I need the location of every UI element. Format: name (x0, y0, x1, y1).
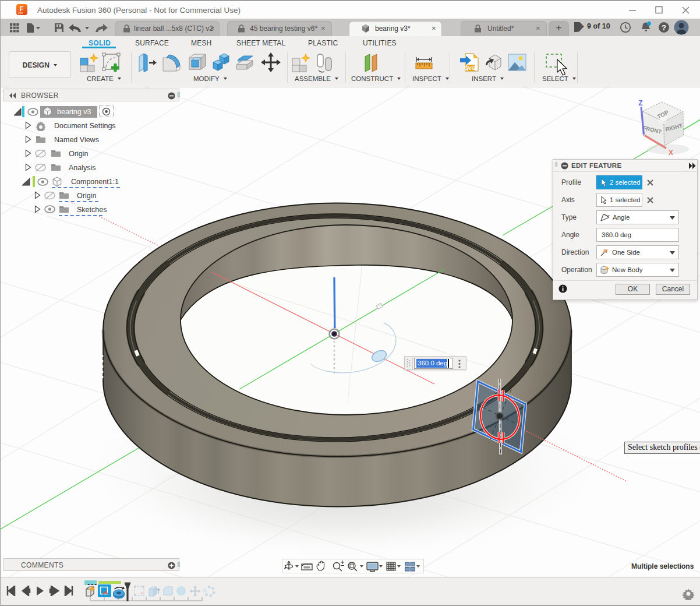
svg-text:SVG: SVG (465, 65, 476, 71)
svg-text:?: ? (662, 23, 666, 32)
svg-text:Z: Z (638, 99, 642, 107)
svg-text:X: X (669, 149, 673, 157)
